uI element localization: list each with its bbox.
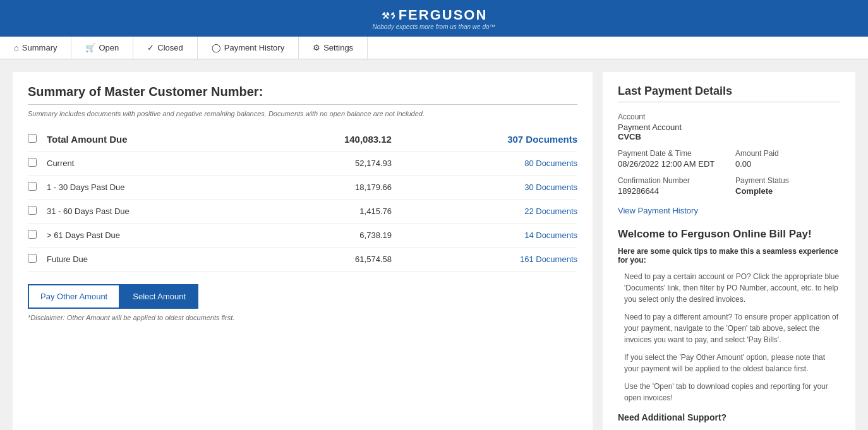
last-payment-title: Last Payment Details	[618, 85, 840, 98]
logo-text: ⚒⚒ FERGUSON	[381, 7, 488, 23]
summary-note: Summary includes documents with positive…	[28, 110, 577, 117]
row3-checkbox-cell[interactable]	[28, 224, 47, 248]
confirmation-block: Confirmation Number 189286644	[618, 176, 723, 196]
account-block: Account Payment Account CVCB	[618, 112, 723, 141]
button-row: Pay Other Amount Select Amount	[28, 284, 577, 309]
row2-docs-link[interactable]: 22 Documents	[392, 200, 577, 224]
row2-amount: 1,415.76	[266, 200, 392, 224]
current-checkbox[interactable]	[28, 158, 37, 167]
logo-tagline: Nobody expects more from us than we do™	[372, 23, 495, 30]
total-checkbox-cell[interactable]	[28, 128, 47, 152]
payment-date-label: Payment Date & Time	[618, 149, 723, 158]
home-icon: ⌂	[14, 43, 19, 52]
status-value: Complete	[735, 186, 840, 196]
row1-checkbox-cell[interactable]	[28, 176, 47, 200]
current-docs-link[interactable]: 80 Documents	[392, 152, 577, 176]
total-amount: 140,083.12	[266, 128, 392, 152]
table-row: Future Due 61,574.58 161 Documents	[28, 248, 577, 272]
row1-docs-link[interactable]: 30 Documents	[392, 176, 577, 200]
row1-label: 1 - 30 Days Past Due	[47, 176, 266, 200]
row4-label: Future Due	[47, 248, 266, 272]
tips-intro: Here are some quick tips to make this a …	[618, 247, 840, 265]
tab-closed[interactable]: ✓ Closed	[133, 37, 197, 59]
row3-amount: 6,738.19	[266, 224, 392, 248]
header: ⚒⚒ FERGUSON Nobody expects more from us …	[0, 0, 868, 37]
svg-text:⚒⚒: ⚒⚒	[382, 11, 395, 21]
table-row: Current 52,174.93 80 Documents	[28, 152, 577, 176]
tip-item-3: If you select the 'Pay Other Amount' opt…	[618, 352, 840, 374]
total-row: Total Amount Due 140,083.12 307 Document…	[28, 128, 577, 152]
tab-open[interactable]: 🛒 Open	[71, 37, 133, 59]
welcome-title: Welcome to Ferguson Online Bill Pay!	[618, 228, 840, 241]
tab-settings[interactable]: ⚙ Settings	[299, 37, 368, 59]
title-divider	[28, 104, 577, 105]
pay-other-amount-button[interactable]: Pay Other Amount	[28, 284, 120, 309]
tab-open-label: Open	[99, 43, 119, 52]
current-label: Current	[47, 152, 266, 176]
tip-item-1: Need to pay a certain account or PO? Cli…	[618, 271, 840, 305]
account-name: CVCB	[618, 132, 723, 141]
summary-table: Total Amount Due 140,083.12 307 Document…	[28, 128, 577, 272]
account-label: Account	[618, 112, 723, 121]
logo-brand: FERGUSON	[399, 7, 488, 23]
row2-checkbox-cell[interactable]	[28, 200, 47, 224]
status-label: Payment Status	[735, 176, 840, 185]
tab-summary-label: Summary	[22, 43, 57, 52]
row1-checkbox[interactable]	[28, 182, 37, 191]
support-text: We're here to help. Contact your local M…	[618, 427, 840, 430]
current-checkbox-cell[interactable]	[28, 152, 47, 176]
last-payment-divider	[618, 102, 840, 102]
total-label: Total Amount Due	[47, 128, 266, 152]
table-row: 31 - 60 Days Past Due 1,415.76 22 Docume…	[28, 200, 577, 224]
current-amount: 52,174.93	[266, 152, 392, 176]
row4-checkbox[interactable]	[28, 254, 37, 263]
row2-checkbox[interactable]	[28, 206, 37, 215]
payment-date-value: 08/26/2022 12:00 AM EDT	[618, 159, 723, 169]
left-panel: Summary of Master Customer Number: Summa…	[13, 72, 593, 430]
tab-settings-label: Settings	[323, 43, 353, 52]
payment-details-grid: Account Payment Account CVCB Payment Dat…	[618, 112, 840, 196]
tip-item-4: Use the 'Open' tab to download copies an…	[618, 381, 840, 403]
page-title: Summary of Master Customer Number:	[28, 85, 577, 99]
clock-icon: ◯	[212, 43, 221, 52]
disclaimer-text: *Disclaimer: Other Amount will be applie…	[28, 314, 577, 321]
table-row: 1 - 30 Days Past Due 18,179.66 30 Docume…	[28, 176, 577, 200]
row3-checkbox[interactable]	[28, 230, 37, 239]
table-row: > 61 Days Past Due 6,738.19 14 Documents	[28, 224, 577, 248]
row3-label: > 61 Days Past Due	[47, 224, 266, 248]
amount-paid-label: Amount Paid	[735, 149, 840, 158]
row2-label: 31 - 60 Days Past Due	[47, 200, 266, 224]
view-payment-history-link[interactable]: View Payment History	[618, 206, 840, 215]
row4-checkbox-cell[interactable]	[28, 248, 47, 272]
row4-amount: 61,574.58	[266, 248, 392, 272]
amount-paid-block: Amount Paid 0.00	[735, 149, 840, 169]
empty-block	[735, 112, 840, 141]
tab-payment-history-label: Payment History	[224, 43, 284, 52]
amount-paid-value: 0.00	[735, 159, 840, 169]
tag-icon: 🛒	[85, 43, 95, 52]
account-value: Payment Account	[618, 122, 723, 132]
confirmation-value: 189286644	[618, 186, 723, 196]
select-amount-button[interactable]: Select Amount	[120, 284, 198, 309]
gear-icon: ⚙	[313, 43, 320, 52]
check-icon: ✓	[147, 43, 154, 52]
row4-docs-link[interactable]: 161 Documents	[392, 248, 577, 272]
tab-closed-label: Closed	[157, 43, 183, 52]
tab-summary[interactable]: ⌂ Summary	[0, 37, 71, 59]
main-container: Summary of Master Customer Number: Summa…	[0, 59, 868, 430]
tab-bar: ⌂ Summary 🛒 Open ✓ Closed ◯ Payment Hist…	[0, 37, 868, 59]
logo: ⚒⚒ FERGUSON Nobody expects more from us …	[372, 7, 495, 30]
tab-payment-history[interactable]: ◯ Payment History	[198, 37, 299, 59]
right-panel: Last Payment Details Account Payment Acc…	[603, 72, 855, 430]
status-block: Payment Status Complete	[735, 176, 840, 196]
support-title: Need Additional Support?	[618, 412, 840, 422]
total-docs-link[interactable]: 307 Documents	[392, 128, 577, 152]
row3-docs-link[interactable]: 14 Documents	[392, 224, 577, 248]
row1-amount: 18,179.66	[266, 176, 392, 200]
total-checkbox[interactable]	[28, 134, 37, 143]
ferguson-logo-icon: ⚒⚒	[381, 8, 395, 22]
payment-date-block: Payment Date & Time 08/26/2022 12:00 AM …	[618, 149, 723, 169]
confirmation-label: Confirmation Number	[618, 176, 723, 185]
tip-item-2: Need to pay a different amount? To ensur…	[618, 311, 840, 345]
